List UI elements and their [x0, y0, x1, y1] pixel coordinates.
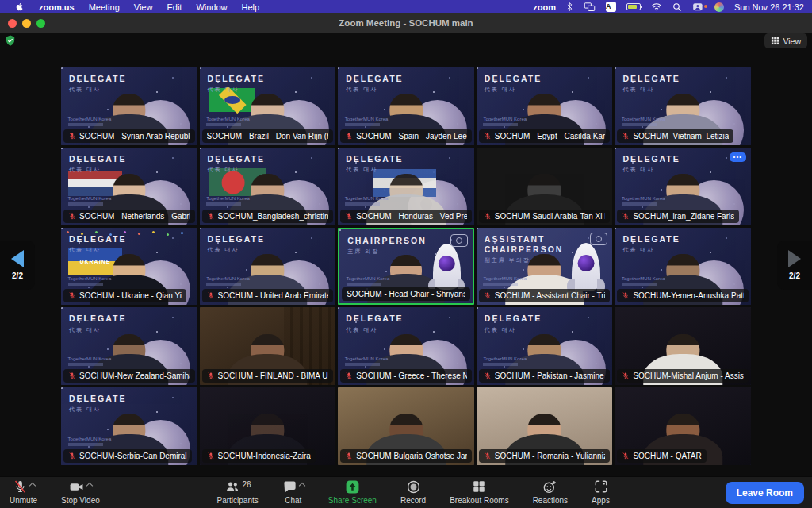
participant-tile[interactable]: SOCHUM-Mishal Anjum - Assistant... [615, 307, 751, 385]
chat-button[interactable]: Chat [281, 477, 306, 508]
muted-mic-icon [622, 212, 630, 221]
breakout-rooms-button[interactable]: Breakout Rooms [448, 477, 510, 508]
audio-options-caret[interactable] [29, 483, 35, 489]
control-center-icon[interactable] [714, 2, 724, 12]
participant-name-label: SOCHUM-Yemen-Anushka Pattnaik [617, 289, 749, 302]
wifi-icon[interactable] [651, 2, 662, 11]
participant-name: SOCHUM-Saudi Arabia-Tan Xi En [495, 212, 606, 221]
participant-tile[interactable]: DELEGATE 代表 대사 TogetherMUN Korea SOCHUM_… [615, 67, 751, 145]
video-options-caret[interactable] [86, 483, 93, 489]
muted-mic-icon [484, 371, 492, 380]
participant-name-label: SOCHUM - Ukraine - Qian Yi [63, 289, 186, 302]
muted-mic-icon [484, 132, 492, 140]
participant-tile[interactable]: SOCHUM-Indonesia-Zaira [200, 387, 336, 465]
user-switch-icon[interactable] [692, 2, 704, 12]
battery-icon[interactable] [626, 3, 641, 10]
apps-button[interactable]: Apps [590, 477, 611, 508]
participant-tile[interactable]: SOCHUM-Saudi Arabia-Tan Xi En [477, 148, 613, 225]
participant-name-label: SOCHUM-Serbia-Can Demiral [63, 449, 192, 463]
muted-mic-icon [622, 371, 630, 380]
participant-tile[interactable]: DELEGATE 代表 대사 TogetherMUN Korea SOCHUM-… [615, 228, 751, 306]
participant-name-label: SOCHUM-Saudi Arabia-Tan Xi En [479, 210, 611, 223]
participant-tile[interactable]: SOCHUM Bulgaria Oshotse Jane [338, 387, 474, 465]
participant-tile[interactable]: CHAIRPERSON 主席 의장 TogetherMUN Korea SOCH… [338, 228, 474, 306]
video-grid: DELEGATE 代表 대사 TogetherMUN Korea SOCHUM … [61, 67, 751, 465]
participant-tile[interactable]: DELEGATE 代表 대사 TogetherMUN Korea SOCHUM … [477, 67, 613, 145]
participant-name-label: SOCHUM - Assistant Chair - Trixie... [479, 289, 611, 302]
previous-page-button[interactable]: 2/2 [0, 241, 35, 290]
share-screen-button[interactable]: Share Screen [327, 477, 378, 508]
participant-tile[interactable]: DELEGATE 代表 대사 TogetherMUN Korea SOCHUM … [338, 67, 474, 145]
chat-options-caret[interactable] [299, 483, 305, 489]
previous-arrow-icon [11, 250, 24, 267]
more-options-button[interactable]: ••• [730, 152, 746, 162]
menu-view[interactable]: View [127, 2, 160, 12]
participant-tile[interactable]: DELEGATE 代表 대사 TogetherMUN Korea SOCHUM … [477, 307, 613, 385]
close-window-button[interactable] [8, 19, 17, 28]
muted-mic-icon [622, 291, 630, 300]
muted-mic-icon [484, 452, 492, 460]
muted-mic-icon [68, 212, 76, 221]
participant-tile[interactable]: DELEGATE 代表 대사 TogetherMUN Korea SOCHUM … [61, 148, 197, 225]
reactions-button[interactable]: Reactions [531, 477, 569, 508]
participant-tile[interactable]: DELEGATE 代表 대사 TogetherMUN Korea SOCHUM-… [61, 387, 197, 465]
menu-clock[interactable]: Sun Nov 26 21:32 [734, 2, 804, 12]
participant-name: SOCHUM_Bangladesh_christinegoh [218, 212, 329, 221]
participant-tile[interactable]: SOCHUM - FINLAND - BIMA UDAY... [200, 307, 336, 385]
leave-room-button[interactable]: Leave Room [726, 482, 804, 504]
participant-tile[interactable]: DELEGATE 代表 대사 TogetherMUN Korea ••• SOC… [615, 148, 751, 225]
apple-menu-icon[interactable] [8, 2, 32, 12]
participants-button[interactable]: 26 Participants [216, 477, 260, 508]
next-page-button[interactable]: 2/2 [777, 241, 812, 290]
participant-name-label: SOCHUM_Vietnam_Letizia [617, 129, 733, 143]
participants-icon [224, 479, 240, 495]
share-screen-icon [345, 479, 360, 495]
participant-name-label: SOCHUM - Romania - Yulianniza M... [479, 449, 611, 463]
participant-tile[interactable]: DELEGATE 代表 대사 TogetherMUN Korea SOCHUM-… [61, 307, 197, 385]
participant-name-label: SOCHUM_iran_Zidane Faris [617, 210, 739, 223]
participant-name: SOCHUM - Egypt - Casilda Karuna [495, 132, 606, 140]
participant-tile[interactable]: UKRAINE DELEGATE 代表 대사 TogetherMUN Korea… [61, 228, 197, 306]
menu-zoom-us[interactable]: zoom.us [32, 2, 82, 12]
participant-name-label: SOCHUM - QATAR [617, 449, 706, 463]
participant-tile[interactable]: DELEGATE 代表 대사 TogetherMUN Korea SOCHUM … [338, 148, 474, 225]
minimize-window-button[interactable] [22, 19, 31, 28]
participant-tile[interactable]: DELEGATE 代表 대사 TogetherMUN Korea SOCHUM_… [200, 148, 336, 225]
participant-tile[interactable]: SOCHUM - QATAR [615, 387, 751, 465]
screen-mirroring-icon[interactable] [584, 2, 596, 12]
participant-name-label: SOCHUM - Spain - Jayden Lee [340, 129, 472, 143]
participant-tile[interactable]: DELEGATE 代表 대사 TogetherMUN Korea SOCHUM … [338, 307, 474, 385]
participant-name: SOCHUM - Spain - Jayden Lee [356, 132, 467, 140]
view-button[interactable]: View [764, 33, 807, 48]
muted-mic-icon [207, 452, 215, 460]
menu-window[interactable]: Window [189, 2, 234, 12]
menu-edit[interactable]: Edit [159, 2, 189, 12]
participant-name: SOCHUM-New Zealand-Samiha Hai... [79, 371, 190, 380]
participant-name: SOCHUM - Ukraine - Qian Yi [79, 291, 182, 300]
unmute-button[interactable]: Unmute [8, 477, 39, 508]
muted-mic-icon [207, 212, 215, 221]
zoom-status-label[interactable]: zoom [533, 2, 556, 12]
zoom-window-button[interactable] [36, 19, 45, 28]
macos-menu-bar: zoom.us Meeting View Edit Window Help zo… [0, 0, 812, 13]
participant-tile[interactable]: DELEGATE 代表 대사 TogetherMUN Korea SOCHUM … [200, 228, 336, 306]
next-arrow-icon [788, 250, 801, 267]
participant-name: SOCHUM - QATAR [633, 452, 701, 460]
participant-tile[interactable]: ASSISTANT CHAIRPERSON 副主席 부의장 TogetherMU… [477, 228, 613, 306]
participant-tile[interactable]: DELEGATE 代表 대사 TogetherMUN Korea SOCHUM … [61, 67, 197, 145]
security-shield-icon[interactable] [5, 35, 16, 50]
participant-tile[interactable]: DELEGATE 代表 대사 TogetherMUN Korea SOCHUM … [200, 67, 336, 145]
participant-tile[interactable]: SOCHUM - Romania - Yulianniza M... [477, 387, 613, 465]
record-icon [406, 479, 421, 495]
menu-help[interactable]: Help [235, 2, 267, 12]
stop-video-button[interactable]: Stop Video [59, 477, 102, 508]
bluetooth-icon[interactable] [566, 2, 573, 12]
spotlight-search-icon[interactable] [672, 2, 682, 12]
record-button[interactable]: Record [399, 477, 427, 508]
participant-name: SOCHUM - Romania - Yulianniza M... [495, 452, 606, 460]
camera-off-icon [590, 233, 607, 245]
menu-meeting[interactable]: Meeting [82, 2, 127, 12]
input-source-icon[interactable]: A [606, 2, 616, 12]
participant-name-label: SOCHUM - Head Chair - Shriyans Mad... [342, 287, 470, 301]
participant-name-label: SOCHUM - Honduras - Ved Prem K... [340, 210, 472, 223]
